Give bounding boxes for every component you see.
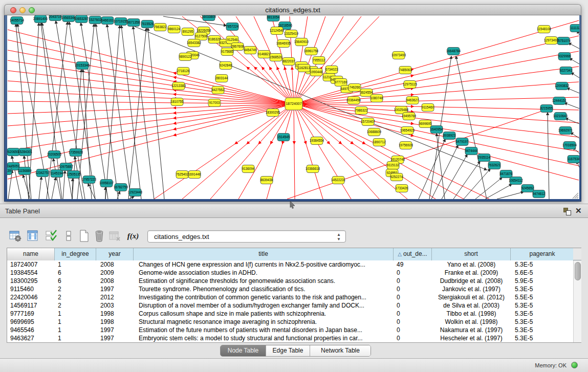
network-node[interactable]: 17016504: [562, 142, 577, 149]
network-node[interactable]: 1733426: [396, 185, 408, 192]
network-node[interactable]: 8454749: [244, 47, 257, 54]
network-node[interactable]: 7615526: [141, 20, 154, 28]
network-node[interactable]: 16961758: [304, 48, 319, 55]
network-node[interactable]: 9699695: [419, 120, 432, 128]
memory-ok-indicator-icon[interactable]: [571, 362, 578, 368]
network-node[interactable]: 20364456: [346, 97, 361, 104]
network-node[interactable]: 9115132: [387, 162, 400, 169]
network-node[interactable]: 9146821: [258, 51, 271, 58]
network-node[interactable]: 19692971: [558, 127, 573, 135]
network-canvas[interactable]: 1405571420891406204371919565344106532871…: [7, 15, 579, 199]
network-node[interactable]: 1162813: [298, 64, 311, 72]
network-node[interactable]: 9474612: [533, 190, 546, 198]
network-node[interactable]: 12973493: [544, 37, 559, 45]
network-node[interactable]: 12342757: [35, 169, 50, 177]
network-node[interactable]: 18300295: [266, 109, 280, 117]
network-node[interactable]: 6734023: [325, 66, 338, 74]
network-node[interactable]: 19654923: [400, 127, 415, 135]
new-column-button[interactable]: [77, 229, 91, 243]
network-node[interactable]: 14055714: [10, 17, 25, 25]
network-node[interactable]: 1568520: [270, 54, 282, 61]
table-mode-button[interactable]: [61, 229, 76, 243]
network-node[interactable]: 1527602: [89, 16, 102, 24]
network-node[interactable]: 19756928: [399, 142, 413, 149]
table-row[interactable]: 946362711997Embryonic stem cells: a mode…: [7, 334, 581, 342]
network-node[interactable]: 14522231: [331, 177, 346, 184]
network-node[interactable]: 1111320: [570, 25, 579, 32]
network-node[interactable]: 10973493: [391, 52, 406, 59]
scrollbar-thumb[interactable]: [575, 262, 581, 280]
table-row[interactable]: 1938455462009Genome-wide association stu…: [7, 269, 581, 277]
network-node[interactable]: 15720407: [361, 118, 376, 126]
network-node[interactable]: 6466161: [101, 17, 114, 25]
float-panel-icon[interactable]: [563, 207, 571, 215]
network-node[interactable]: 746266: [349, 84, 361, 92]
column-header-pagerank[interactable]: pagerank: [511, 248, 574, 260]
network-node[interactable]: 10654112: [509, 177, 523, 185]
network-node[interactable]: 12975115: [403, 81, 417, 89]
network-node[interactable]: 6479197: [456, 138, 469, 146]
vertical-scrollbar[interactable]: [573, 260, 581, 342]
network-node[interactable]: 7663822: [154, 24, 167, 31]
network-node[interactable]: 19384554: [310, 137, 324, 145]
tab-network-table[interactable]: Network Table: [310, 345, 371, 356]
network-node[interactable]: 16543382: [187, 39, 202, 47]
network-node[interactable]: 1167534: [568, 156, 579, 163]
table-row[interactable]: 1830029562008Estimation of significance …: [7, 277, 581, 285]
function-builder-button[interactable]: f(x): [126, 229, 140, 243]
network-node[interactable]: 7632621: [488, 162, 501, 169]
network-node[interactable]: 16782759: [114, 184, 128, 191]
table-settings-button[interactable]: [8, 229, 23, 243]
network-node[interactable]: 12444151: [552, 97, 567, 105]
network-node[interactable]: 1514545: [277, 134, 290, 141]
network-node[interactable]: 1890712: [373, 139, 386, 146]
network-node[interactable]: 10975887: [59, 163, 74, 171]
column-header-out_de[interactable]: △out_de...: [394, 248, 432, 260]
network-node[interactable]: 8427552: [212, 86, 225, 94]
network-node[interactable]: 9227341: [560, 67, 573, 75]
network-node[interactable]: 12093832: [555, 82, 570, 90]
network-node[interactable]: 10719155: [114, 18, 128, 26]
network-node[interactable]: 15751074: [556, 37, 571, 45]
network-node[interactable]: 8639438: [260, 177, 273, 184]
column-header-short[interactable]: short: [432, 248, 511, 260]
column-header-year[interactable]: year: [96, 248, 134, 260]
network-node[interactable]: 16646935: [276, 40, 291, 48]
network-node[interactable]: 1080748: [371, 95, 383, 102]
network-node[interactable]: 10653287: [74, 15, 89, 23]
network-node[interactable]: 9136094: [242, 165, 255, 173]
network-node[interactable]: 15284301: [18, 148, 33, 156]
network-node[interactable]: 2935114: [478, 154, 491, 162]
network-node[interactable]: 12923448: [128, 189, 143, 196]
network-node[interactable]: 9252274: [390, 173, 403, 181]
network-node[interactable]: 7955112: [313, 57, 325, 64]
table-row[interactable]: 1872400712008Changes of HCN gene express…: [7, 260, 581, 269]
column-header-in_degree[interactable]: in_degree: [55, 248, 96, 260]
network-node[interactable]: 9463627: [406, 97, 419, 104]
table-row[interactable]: 977716911998Corpus callosum shape and si…: [7, 310, 581, 318]
network-node[interactable]: 1640954: [430, 126, 443, 134]
table-row[interactable]: 2242004622012Investigating the contribut…: [7, 293, 581, 301]
select-rows-button[interactable]: [44, 229, 58, 243]
network-node[interactable]: 9890122: [179, 53, 192, 61]
tab-edge-table[interactable]: Edge Table: [266, 345, 310, 356]
network-node[interactable]: 9175685: [221, 48, 234, 56]
network-node[interactable]: 2718126: [177, 68, 190, 75]
column-visibility-button[interactable]: [26, 229, 40, 243]
network-node[interactable]: 7857224: [226, 23, 239, 31]
network-node[interactable]: 8471676: [500, 170, 513, 178]
network-node[interactable]: 10958107: [99, 180, 114, 187]
network-node[interactable]: 9115460: [422, 104, 434, 112]
network-node[interactable]: 18724007: [285, 98, 302, 110]
network-node[interactable]: 17359928: [69, 149, 83, 157]
network-node[interactable]: 11156889: [17, 167, 32, 175]
close-panel-icon[interactable]: ✕: [575, 206, 582, 215]
network-window-titlebar[interactable]: citations_edges.txt: [4, 4, 581, 15]
network-node[interactable]: 8215955: [540, 105, 553, 113]
table-row[interactable]: 969969511998Structural magnetic resonanc…: [7, 318, 581, 326]
network-node[interactable]: 11548108: [537, 26, 551, 33]
network-node[interactable]: 20153346: [75, 62, 90, 70]
delete-table-button-disabled[interactable]: [107, 229, 122, 243]
network-node[interactable]: 19495769: [402, 113, 417, 120]
network-node[interactable]: 8938923: [443, 132, 456, 140]
